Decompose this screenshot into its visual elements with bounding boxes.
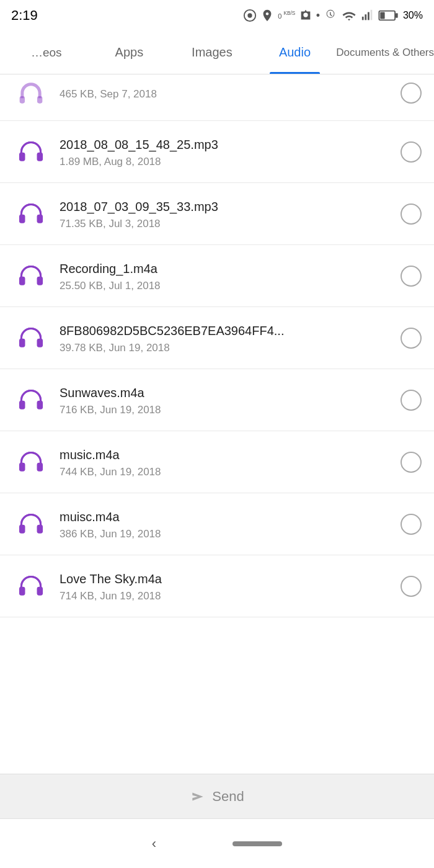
file-name-5: music.m4a [60,446,391,463]
battery-percent: 30% [403,10,423,21]
file-name-1: 2018_07_03_09_35_33.mp3 [60,198,391,215]
audio-icon-1 [12,195,50,233]
svg-rect-13 [19,152,25,161]
svg-rect-14 [37,152,43,161]
svg-rect-15 [19,214,25,223]
file-info-0: 2018_08_08_15_48_25.mp3 1.89 MB, Aug 8, … [50,136,401,168]
status-bar: 2:19 0 KB/S • [0,0,434,31]
svg-rect-28 [37,586,43,595]
svg-text:0: 0 [278,12,281,20]
file-item: Sunwaves.m4a 716 KB, Jun 19, 2018 [0,369,434,431]
audio-icon-partial [12,74,50,112]
audio-icon-5 [12,444,50,481]
file-meta-1: 71.35 KB, Jul 3, 2018 [60,218,391,230]
file-meta-3: 39.78 KB, Jun 19, 2018 [60,342,391,354]
svg-rect-26 [37,524,43,533]
svg-rect-7 [371,10,373,20]
svg-text:KB/S: KB/S [283,11,295,16]
file-info-5: music.m4a 744 KB, Jun 19, 2018 [50,446,401,478]
svg-rect-24 [37,462,43,471]
svg-rect-23 [19,462,25,471]
chrome-icon [243,9,257,22]
audio-icon-7 [12,568,50,605]
file-meta-7: 714 KB, Jun 19, 2018 [60,590,391,602]
file-item: Recording_1.m4a 25.50 KB, Jul 1, 2018 [0,245,434,307]
send-button-label: Send [212,789,244,805]
audio-icon-4 [12,382,50,419]
tab-documents[interactable]: Documents & Others [336,31,434,74]
file-item: 8FB806982D5BC5236EB7EA3964FF4... 39.78 K… [0,307,434,369]
dot-indicator: • [316,9,320,22]
send-button[interactable]: Send [190,789,244,805]
svg-rect-9 [396,13,398,17]
svg-rect-19 [19,338,25,347]
file-item: 2018_07_03_09_35_33.mp3 71.35 KB, Jul 3,… [0,183,434,245]
file-checkbox-1[interactable] [401,204,422,225]
signal-icon [361,9,374,22]
file-name-0: 2018_08_08_15_48_25.mp3 [60,136,391,153]
svg-rect-22 [37,400,43,409]
svg-rect-21 [19,400,25,409]
file-meta-5: 744 KB, Jun 19, 2018 [60,466,391,478]
tab-images[interactable]: Images [170,31,254,74]
svg-rect-17 [19,276,25,285]
file-item: 2018_08_08_15_48_25.mp3 1.89 MB, Aug 8, … [0,121,434,183]
file-info-1: 2018_07_03_09_35_33.mp3 71.35 KB, Jul 3,… [50,198,401,230]
file-item: Love The Sky.m4a 714 KB, Jun 19, 2018 [0,555,434,617]
file-checkbox-7[interactable] [401,576,422,597]
svg-rect-5 [365,14,366,20]
file-info-partial: 465 KB, Sep 7, 2018 [50,86,401,101]
svg-rect-6 [368,12,370,20]
audio-icon-3 [12,320,50,357]
svg-rect-20 [37,338,43,347]
file-checkbox-6[interactable] [401,514,422,535]
camera-icon [299,9,312,22]
tab-apps[interactable]: Apps [88,31,171,74]
battery-icon [378,9,399,22]
file-checkbox-4[interactable] [401,390,422,411]
file-checkbox-3[interactable] [401,328,422,349]
audio-icon-0 [12,133,50,171]
tab-bar: …eos Apps Images Audio Documents & Other… [0,31,434,74]
file-item: music.m4a 744 KB, Jun 19, 2018 [0,431,434,493]
location-icon [260,9,274,22]
file-meta-partial: 465 KB, Sep 7, 2018 [60,88,391,101]
data-icon: 0 KB/S [278,9,295,22]
svg-rect-12 [37,96,42,104]
file-list: 2018_08_08_15_48_25.mp3 1.89 MB, Aug 8, … [0,121,434,617]
tab-audio[interactable]: Audio [254,31,337,74]
file-checkbox-2[interactable] [401,266,422,287]
svg-rect-11 [20,96,25,104]
file-info-3: 8FB806982D5BC5236EB7EA3964FF4... 39.78 K… [50,322,401,354]
svg-rect-27 [19,586,25,595]
file-meta-2: 25.50 KB, Jul 1, 2018 [60,280,391,292]
wifi-icon [341,9,357,22]
bottom-nav: ‹ [0,818,434,868]
file-name-6: muisc.m4a [60,508,391,526]
tab-videos[interactable]: …eos [0,31,88,74]
file-info-2: Recording_1.m4a 25.50 KB, Jul 1, 2018 [50,260,401,292]
file-info-7: Love The Sky.m4a 714 KB, Jun 19, 2018 [50,570,401,602]
file-name-2: Recording_1.m4a [60,260,391,277]
file-checkbox-partial[interactable] [401,83,422,104]
file-checkbox-5[interactable] [401,452,422,473]
file-meta-4: 716 KB, Jun 19, 2018 [60,404,391,416]
svg-rect-16 [37,214,43,223]
audio-icon-6 [12,506,50,543]
svg-rect-25 [19,524,25,533]
file-item-partial: 465 KB, Sep 7, 2018 [0,74,434,121]
nav-pill [232,841,282,846]
file-name-4: Sunwaves.m4a [60,384,391,401]
file-checkbox-0[interactable] [401,141,422,163]
file-name-3: 8FB806982D5BC5236EB7EA3964FF4... [60,322,391,339]
file-meta-0: 1.89 MB, Aug 8, 2018 [60,156,391,168]
file-info-6: muisc.m4a 386 KB, Jun 19, 2018 [50,508,401,540]
file-info-4: Sunwaves.m4a 716 KB, Jun 19, 2018 [50,384,401,416]
back-button[interactable]: ‹ [152,836,156,852]
send-icon [190,789,206,805]
alarm-icon [324,9,337,22]
svg-rect-10 [380,12,384,19]
svg-rect-18 [37,276,43,285]
status-time: 2:19 [11,7,38,24]
file-meta-6: 386 KB, Jun 19, 2018 [60,528,391,540]
